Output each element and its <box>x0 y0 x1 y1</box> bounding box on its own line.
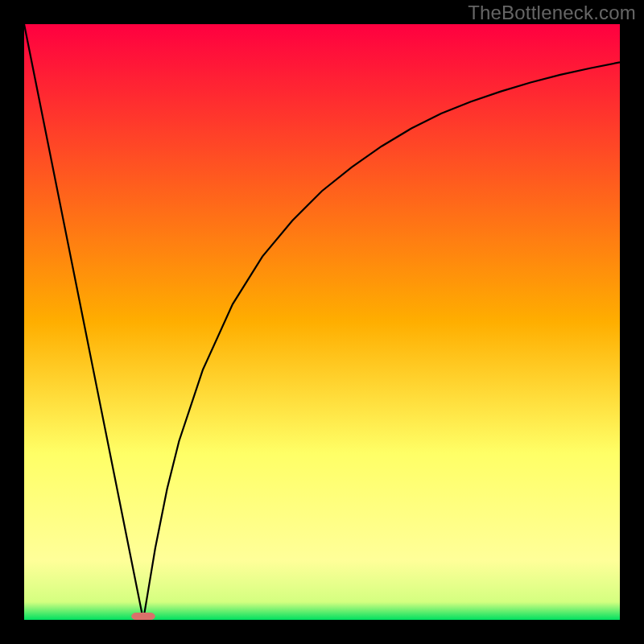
optimal-marker <box>131 613 155 620</box>
plot-area <box>24 24 620 620</box>
bottleneck-chart <box>0 0 644 644</box>
chart-container: TheBottleneck.com <box>0 0 644 644</box>
watermark: TheBottleneck.com <box>468 2 636 24</box>
